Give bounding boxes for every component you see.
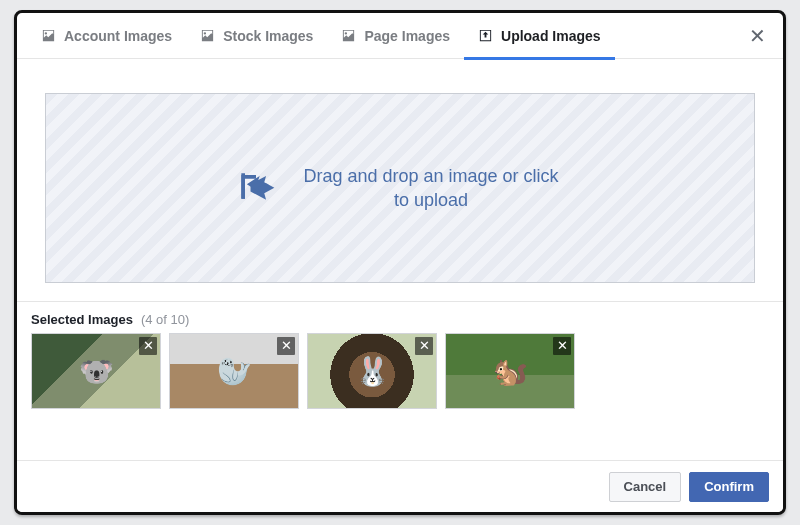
close-icon: ✕ [557, 338, 568, 353]
thumbnail-image: 🐨 [79, 355, 114, 388]
image-icon [41, 28, 56, 43]
tab-upload-images[interactable]: Upload Images [464, 13, 615, 59]
remove-thumbnail-button[interactable]: ✕ [277, 337, 295, 355]
close-icon: ✕ [143, 338, 154, 353]
selected-thumbnail[interactable]: 🐨 ✕ [31, 333, 161, 409]
close-icon: ✕ [419, 338, 430, 353]
image-upload-modal: Account Images Stock Images Page Images … [14, 10, 786, 515]
cancel-button[interactable]: Cancel [609, 472, 682, 502]
upload-image-icon [478, 28, 493, 43]
tab-bar: Account Images Stock Images Page Images … [17, 13, 783, 59]
modal-body: Drag and drop an image or click to uploa… [17, 59, 783, 302]
dropzone-text: Drag and drop an image or click to uploa… [296, 164, 566, 213]
close-button[interactable]: ✕ [741, 20, 773, 52]
tab-label: Upload Images [501, 28, 601, 44]
upload-arrow-icon [234, 164, 278, 212]
image-icon [200, 28, 215, 43]
remove-thumbnail-button[interactable]: ✕ [415, 337, 433, 355]
selected-thumbnails: 🐨 ✕ 🦭 ✕ 🐰 ✕ 🐿️ ✕ [31, 333, 769, 409]
remove-thumbnail-button[interactable]: ✕ [553, 337, 571, 355]
tab-label: Page Images [364, 28, 450, 44]
tab-stock-images[interactable]: Stock Images [186, 13, 327, 59]
selected-thumbnail[interactable]: 🐿️ ✕ [445, 333, 575, 409]
close-icon: ✕ [281, 338, 292, 353]
image-icon [341, 28, 356, 43]
selected-thumbnail[interactable]: 🐰 ✕ [307, 333, 437, 409]
confirm-button[interactable]: Confirm [689, 472, 769, 502]
upload-dropzone[interactable]: Drag and drop an image or click to uploa… [45, 93, 755, 283]
thumbnail-image: 🐿️ [493, 355, 528, 388]
thumbnail-image: 🦭 [217, 355, 252, 388]
selected-images-label: Selected Images [31, 312, 133, 327]
tab-page-images[interactable]: Page Images [327, 13, 464, 59]
remove-thumbnail-button[interactable]: ✕ [139, 337, 157, 355]
selected-images-count: (4 of 10) [141, 312, 189, 327]
selected-images-section: Selected Images (4 of 10) 🐨 ✕ 🦭 ✕ 🐰 ✕ 🐿️ [17, 302, 783, 409]
tab-label: Stock Images [223, 28, 313, 44]
modal-footer: Cancel Confirm [17, 460, 783, 512]
tab-account-images[interactable]: Account Images [27, 13, 186, 59]
tab-label: Account Images [64, 28, 172, 44]
thumbnail-image: 🐰 [355, 355, 390, 388]
close-icon: ✕ [749, 24, 766, 48]
selected-thumbnail[interactable]: 🦭 ✕ [169, 333, 299, 409]
